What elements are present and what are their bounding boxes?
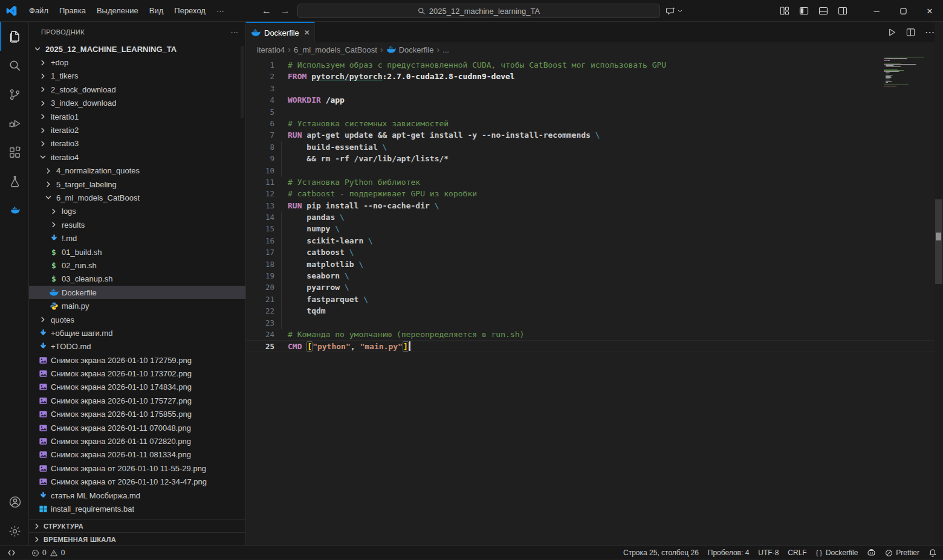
sidebar-scrollbar[interactable]	[241, 46, 244, 118]
breadcrumb-item[interactable]: Dockerfile	[399, 45, 434, 54]
code-line[interactable]: 25CMD ["python", "main.py"]	[246, 340, 943, 352]
code-line[interactable]: 20 pyarrow \	[246, 282, 943, 293]
statusbar-строка-25-столбец-26[interactable]: Строка 25, столбец 26	[623, 549, 699, 557]
copilot-chat-button[interactable]	[666, 6, 683, 16]
tree-item[interactable]: Снимок экрана от 2026-01-10 12-34-47.png	[29, 475, 245, 489]
code-line[interactable]: 19 seaborn \	[246, 270, 943, 282]
activitybar-testing[interactable]	[0, 167, 28, 196]
tree-item[interactable]: Снимок экрана 2026-01-11 072820.png	[29, 434, 245, 448]
code-line[interactable]: 5	[246, 106, 943, 118]
code-line[interactable]: 14 pandas \	[246, 211, 943, 223]
activitybar-docker[interactable]	[0, 196, 28, 225]
code-line[interactable]: 23	[246, 317, 943, 329]
statusbar-пробелов-4[interactable]: Пробелов: 4	[708, 549, 750, 557]
code-line[interactable]: 18 matplotlib \	[246, 259, 943, 270]
toggle-panel-icon[interactable]	[818, 6, 828, 16]
tree-item[interactable]: Снимок экрана 2026-01-10 175855.png	[29, 408, 245, 421]
section-структура[interactable]: СТРУКТУРА	[29, 519, 245, 532]
menu-файл[interactable]: Файл	[24, 4, 54, 18]
breadcrumb-item[interactable]: 6_ml_models_CatBoost	[294, 45, 377, 54]
tree-item[interactable]: Снимок экрана 2026-01-10 173702.png	[29, 367, 245, 380]
tree-item[interactable]: !.md	[29, 231, 245, 245]
activitybar-extensions[interactable]	[0, 138, 28, 167]
tree-item[interactable]: Снимок экрана 2026-01-11 070048.png	[29, 421, 245, 434]
maximize-button[interactable]	[890, 0, 916, 22]
code-line[interactable]: 22 tqdm	[246, 305, 943, 317]
tree-item[interactable]: Снимок экрана от 2026-01-10 11-55-29.png	[29, 462, 245, 475]
scrollbar-slider[interactable]	[935, 199, 942, 284]
navigate-forward-icon[interactable]: →	[279, 5, 292, 16]
activitybar-settings[interactable]	[0, 517, 28, 546]
minimap[interactable]	[884, 57, 932, 88]
code-line[interactable]: 11# Установка Python библиотек	[246, 176, 943, 188]
menu-правка[interactable]: Правка	[54, 4, 91, 18]
code-line[interactable]: 8 build-essential \	[246, 141, 943, 153]
tree-item[interactable]: iteratio3	[29, 137, 245, 150]
tree-item[interactable]: Снимок экрана 2026-01-10 175727.png	[29, 394, 245, 407]
tree-item[interactable]: quotes	[29, 313, 245, 326]
statusbar-prettier[interactable]: Prettier	[885, 549, 919, 557]
tree-item[interactable]: Снимок экрана 2026-01-10 172759.png	[29, 353, 245, 367]
code-line[interactable]: 16 scikit-learn \	[246, 235, 943, 246]
tree-item[interactable]: Dockerfile	[29, 286, 245, 299]
tree-item[interactable]: $02_run.sh	[29, 259, 245, 272]
close-tab-icon[interactable]: ✕	[304, 28, 310, 37]
minimize-button[interactable]: ─	[863, 0, 890, 22]
tree-item[interactable]: $01_build.sh	[29, 245, 245, 259]
command-center-search[interactable]: 2025_12_machine_learning_TA	[297, 4, 660, 18]
code-editor[interactable]: 1# Используем образ с предустановленной …	[246, 57, 943, 546]
tree-item[interactable]: Снимок экрана 2026-01-11 081334.png	[29, 448, 245, 462]
tree-item[interactable]: 5_target_labeling	[29, 178, 245, 191]
code-line[interactable]: 17 catboost \	[246, 246, 943, 258]
code-line[interactable]: 12# catboost - поддерживает GPU из короб…	[246, 188, 943, 199]
tree-item[interactable]: +общие шаги.md	[29, 326, 245, 340]
tree-item[interactable]: install_requirements.bat	[29, 502, 245, 515]
activitybar-explorer[interactable]	[0, 22, 28, 51]
code-line[interactable]: 9 && rm -rf /var/lib/apt/lists/*	[246, 153, 943, 164]
breadcrumb-item[interactable]: iteratio4	[257, 45, 285, 54]
section-временная-шкала[interactable]: ВРЕМЕННАЯ ШКАЛА	[29, 532, 245, 546]
more-actions-icon[interactable]: ···	[231, 28, 238, 36]
tree-item[interactable]: iteratio1	[29, 110, 245, 123]
navigate-back-icon[interactable]: ←	[260, 5, 273, 16]
tree-item[interactable]: main.py	[29, 299, 245, 312]
menu-переход[interactable]: Переход	[169, 4, 211, 18]
tree-item[interactable]: 3_index_download	[29, 97, 245, 110]
run-button-icon[interactable]	[887, 28, 896, 37]
code-line[interactable]: 2FROM pytorch/pytorch:2.7.0-cuda12.8-cud…	[246, 71, 943, 82]
breadcrumb-item[interactable]: ...	[442, 45, 449, 54]
tree-item[interactable]: 6_ml_models_CatBoost	[29, 191, 245, 204]
tree-item[interactable]: Снимок экрана 2026-01-10 174834.png	[29, 381, 245, 394]
split-editor-icon[interactable]	[906, 28, 915, 37]
tree-item[interactable]: +dop	[29, 56, 245, 69]
tree-item[interactable]: logs	[29, 205, 245, 218]
more-actions-icon[interactable]: ⋯	[925, 27, 935, 38]
tree-item[interactable]: 1_tikers	[29, 69, 245, 83]
toggle-primary-sidebar-icon[interactable]	[799, 6, 809, 16]
statusbar-crlf[interactable]: CRLF	[788, 549, 806, 557]
problems-indicator[interactable]: 0 0	[31, 549, 65, 557]
code-line[interactable]: 21 fastparquet \	[246, 294, 943, 305]
tree-item[interactable]: 4_normalization_quotes	[29, 164, 245, 178]
tree-item[interactable]: iteratio4	[29, 150, 245, 164]
close-window-button[interactable]: ✕	[916, 0, 943, 22]
statusbar-dockerfile[interactable]: { }Dockerfile	[816, 549, 858, 557]
customize-layout-icon[interactable]	[780, 6, 789, 16]
activitybar-source-control[interactable]	[0, 80, 28, 109]
code-line[interactable]: 10	[246, 165, 943, 176]
code-line[interactable]: 24# Команда по умолчанию (переопределяет…	[246, 329, 943, 340]
tree-item[interactable]: 2025_12_MACHINE_LEARNING_TA	[29, 42, 245, 56]
code-line[interactable]: 3	[246, 83, 943, 94]
tab-dockerfile[interactable]: Dockerfile ✕	[246, 22, 315, 42]
statusbar-copilot[interactable]	[867, 549, 876, 557]
tree-item[interactable]: $03_cleanup.sh	[29, 272, 245, 286]
menu-вид[interactable]: Вид	[144, 4, 169, 18]
menu--[interactable]: ···	[211, 4, 230, 18]
code-line[interactable]: 7RUN apt-get update && apt-get install -…	[246, 129, 943, 141]
code-line[interactable]: 15 numpy \	[246, 223, 943, 234]
tree-item[interactable]: статья ML Мосбиржа.md	[29, 489, 245, 502]
activitybar-run-debug[interactable]	[0, 109, 28, 138]
code-line[interactable]: 1# Используем образ с предустановленной …	[246, 59, 943, 71]
toggle-secondary-sidebar-icon[interactable]	[838, 6, 847, 16]
tree-item[interactable]: results	[29, 218, 245, 231]
